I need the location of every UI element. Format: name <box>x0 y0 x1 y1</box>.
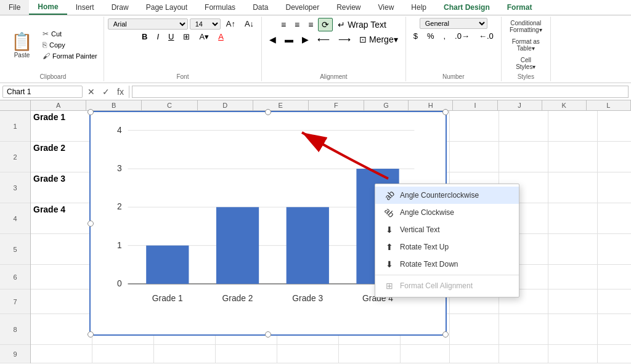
font-row-2: B I U ⊞ A▾ A <box>138 31 227 42</box>
name-box[interactable] <box>2 86 83 98</box>
cell-j4[interactable] <box>548 203 598 233</box>
format-as-table-button[interactable]: Format asTable▾ <box>508 36 544 54</box>
font-row-1: Arial 14 A↑ A↓ <box>108 18 258 30</box>
menu-item-rotate-up[interactable]: ⬆ Rotate Text Up <box>375 238 519 256</box>
wrap-text-button[interactable]: ↵ Wrap Text <box>334 18 389 31</box>
number-format-select[interactable]: General <box>420 18 487 29</box>
cell-i2[interactable] <box>499 142 548 172</box>
svg-rect-13 <box>216 207 259 284</box>
cell-k4[interactable] <box>598 203 631 233</box>
menu-item-angle-ccw[interactable]: ab Angle Counterclockwise <box>375 187 519 204</box>
increase-font-button[interactable]: A↑ <box>222 18 239 30</box>
tab-page-layout[interactable]: Page Layout <box>137 0 196 15</box>
tab-data[interactable]: Data <box>244 0 277 15</box>
tab-developer[interactable]: Developer <box>277 0 328 15</box>
chart-handle-tm[interactable] <box>265 109 271 115</box>
paste-button[interactable]: 📋 Paste <box>6 18 38 72</box>
svg-text:4: 4 <box>117 125 122 135</box>
chart-handle-ml[interactable] <box>88 220 94 227</box>
merge-button[interactable]: ⊡ Merge▾ <box>356 33 402 46</box>
increase-indent-button[interactable]: ⟶ <box>335 33 354 46</box>
menu-item-angle-cw[interactable]: ab Angle Clockwise <box>375 204 519 221</box>
cell-a3[interactable]: Grade 3 <box>31 172 92 203</box>
styles-group-label: Styles <box>505 72 547 80</box>
chart-handle-tl[interactable] <box>88 109 94 115</box>
cell-h1[interactable] <box>450 111 499 141</box>
tab-insert[interactable]: Insert <box>67 0 103 15</box>
conditional-format-button[interactable]: ConditionalFormatting▾ <box>505 18 547 35</box>
vertical-text-icon: ⬇ <box>384 225 395 235</box>
tab-formulas[interactable]: Formulas <box>196 0 244 15</box>
cell-k2[interactable] <box>598 142 631 172</box>
italic-button[interactable]: I <box>153 31 163 42</box>
align-middle-button[interactable]: ≡ <box>291 18 303 31</box>
svg-text:2: 2 <box>117 201 122 211</box>
cancel-formula-button[interactable]: ✕ <box>85 87 97 97</box>
format-painter-button[interactable]: 🖌 Format Painter <box>40 51 100 62</box>
chart-handle-tr[interactable] <box>442 109 449 115</box>
align-center-button[interactable]: ▬ <box>281 33 297 46</box>
align-left-button[interactable]: ◀ <box>266 33 280 46</box>
tab-file[interactable]: File <box>0 0 29 15</box>
bold-button[interactable]: B <box>138 31 151 42</box>
tab-review[interactable]: Review <box>328 0 369 15</box>
cell-a5[interactable] <box>31 234 92 264</box>
row-header-1: 1 <box>0 111 30 142</box>
font-color-button[interactable]: A <box>214 31 227 42</box>
comma-button[interactable]: , <box>439 30 449 42</box>
align-top-button[interactable]: ≡ <box>277 18 290 31</box>
tab-draw[interactable]: Draw <box>103 0 137 15</box>
increase-decimal-button[interactable]: ←.0 <box>475 30 497 42</box>
menu-item-rotate-down[interactable]: ⬇ Rotate Text Down <box>375 256 519 273</box>
column-headers: A B C D E F G H I J K L <box>0 100 631 111</box>
tab-format[interactable]: Format <box>499 0 541 15</box>
decrease-font-button[interactable]: A↓ <box>241 18 258 30</box>
cell-k1[interactable] <box>598 111 631 141</box>
cell-a1[interactable]: Grade 1 <box>31 111 92 141</box>
cell-j1[interactable] <box>548 111 598 141</box>
cell-j2[interactable] <box>548 142 598 172</box>
fill-color-button[interactable]: A▾ <box>195 31 213 42</box>
format-cell-label: Format Cell Alignment <box>400 281 473 290</box>
clipboard-group-label: Clipboard <box>6 72 100 80</box>
font-size-select[interactable]: 14 <box>190 18 221 30</box>
confirm-formula-button[interactable]: ✓ <box>100 87 112 97</box>
angle-ccw-label: Angle Counterclockwise <box>400 191 479 200</box>
tab-help[interactable]: Help <box>402 0 435 15</box>
align-right-button[interactable]: ▶ <box>298 33 312 46</box>
angle-cw-label: Angle Clockwise <box>400 208 454 217</box>
menu-item-vertical-text[interactable]: ⬇ Vertical Text <box>375 221 519 238</box>
tab-home[interactable]: Home <box>29 0 67 15</box>
tab-view[interactable]: View <box>370 0 403 15</box>
cell-k3[interactable] <box>598 172 631 203</box>
border-button[interactable]: ⊞ <box>179 31 193 42</box>
orientation-button[interactable]: ⟳ <box>318 18 333 31</box>
align-bottom-button[interactable]: ≡ <box>304 18 317 31</box>
cell-a4[interactable]: Grade 4 <box>31 203 92 233</box>
svg-text:0: 0 <box>117 278 122 288</box>
formula-input[interactable] <box>132 86 629 98</box>
font-family-select[interactable]: Arial <box>108 18 188 30</box>
currency-button[interactable]: $ <box>410 30 421 42</box>
chart-handle-bm[interactable] <box>265 331 271 338</box>
number-buttons-row: $ % , .0→ ←.0 <box>410 30 497 42</box>
copy-button[interactable]: ⎘ Copy <box>40 39 100 51</box>
chart-handle-br[interactable] <box>442 331 449 338</box>
cut-button[interactable]: ✂ Cut <box>40 28 100 39</box>
vertical-text-label: Vertical Text <box>400 225 439 234</box>
decrease-indent-button[interactable]: ⟵ <box>314 33 333 46</box>
menu-item-format-cell-alignment[interactable]: ⊞ Format Cell Alignment <box>375 277 519 294</box>
percent-button[interactable]: % <box>423 30 438 42</box>
row-header-8: 8 <box>0 314 30 345</box>
cell-h2[interactable] <box>450 142 499 172</box>
col-header-f: F <box>309 100 364 110</box>
cell-j3[interactable] <box>548 172 598 203</box>
decrease-decimal-button[interactable]: .0→ <box>451 30 473 42</box>
tab-chart-design[interactable]: Chart Design <box>435 0 499 15</box>
cell-styles-button[interactable]: CellStyles▾ <box>511 55 540 72</box>
cell-i1[interactable] <box>499 111 548 141</box>
cell-a2[interactable]: Grade 2 <box>31 142 92 172</box>
underline-button[interactable]: U <box>165 31 177 42</box>
insert-function-button[interactable]: fx <box>115 87 126 97</box>
chart-handle-bl[interactable] <box>88 331 94 338</box>
